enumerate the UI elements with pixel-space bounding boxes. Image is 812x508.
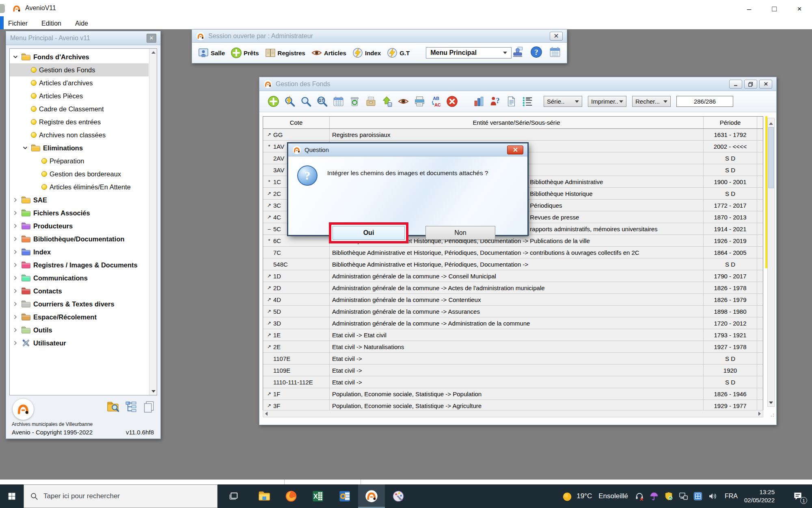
chevron-right-icon[interactable] bbox=[12, 197, 19, 203]
tree-scrollbar[interactable] bbox=[149, 49, 157, 395]
taskbar-app-avenio[interactable] bbox=[358, 484, 385, 508]
chevron-right-icon[interactable] bbox=[12, 249, 19, 255]
scrollbar-thumb[interactable] bbox=[768, 127, 774, 188]
table-row[interactable]: ↗5DAdministration générale de la commune… bbox=[263, 306, 763, 317]
footer-pages-button[interactable] bbox=[143, 400, 155, 415]
close-button[interactable]: × bbox=[787, 0, 812, 18]
toolbar-print-button[interactable] bbox=[414, 96, 425, 107]
tray-network-icon[interactable] bbox=[678, 491, 688, 501]
chevron-down-icon[interactable] bbox=[12, 54, 19, 60]
table-row[interactable]: ↗1EEtat civil -> Etat civil1793 - 1921 bbox=[263, 329, 763, 341]
sidebar-item-espace-r-colement[interactable]: Espace/Récolement bbox=[10, 310, 149, 323]
scroll-down-icon[interactable] bbox=[769, 398, 773, 406]
sidebar-item-index[interactable]: Index bbox=[10, 245, 149, 258]
table-row[interactable]: ↗4DAdministration générale de la commune… bbox=[263, 294, 763, 306]
table-horizontal-scrollbar[interactable] bbox=[263, 410, 763, 417]
scroll-up-icon[interactable] bbox=[149, 49, 157, 56]
toolbar-document-button[interactable] bbox=[505, 96, 517, 107]
toolbar-search-bolt-button[interactable] bbox=[284, 96, 296, 107]
toolbar-info-button[interactable]: ? bbox=[489, 96, 501, 107]
footer-folder-search-button[interactable] bbox=[107, 400, 120, 415]
gestion-minimize-button[interactable] bbox=[729, 80, 742, 89]
dropdown-recher[interactable]: Recher... bbox=[632, 96, 671, 107]
table-row[interactable]: 1110-111-112EEtat civil ->S D bbox=[263, 376, 763, 388]
search-input[interactable]: Taper ici pour rechercher bbox=[24, 484, 218, 508]
table-row[interactable]: ↗2EEtat civil -> Naturalisations1927 - 1… bbox=[263, 341, 763, 353]
toolbar-stats-button[interactable] bbox=[473, 96, 485, 107]
session-close-button[interactable]: ✕ bbox=[550, 32, 563, 41]
chevron-right-icon[interactable] bbox=[12, 288, 19, 294]
table-vertical-scrollbar[interactable] bbox=[767, 118, 775, 407]
tray-umbrella-icon[interactable] bbox=[649, 491, 659, 501]
sidebar-item-eliminations[interactable]: Eliminations bbox=[10, 141, 149, 154]
footer-hierarchy-button[interactable] bbox=[125, 400, 138, 415]
toolbar-calendar-button[interactable] bbox=[333, 96, 344, 107]
table-row[interactable]: 1109EEtat civil ->1920 bbox=[263, 365, 763, 376]
toolbar-delete-button[interactable] bbox=[446, 96, 458, 107]
sidebar-item-utilisateur[interactable]: Utilisateur bbox=[10, 336, 149, 350]
maximize-button[interactable]: □ bbox=[762, 0, 787, 18]
weather-sun-icon[interactable] bbox=[561, 490, 573, 502]
sidebar-item-fichiers-associ-s[interactable]: Fichiers Associés bbox=[10, 206, 149, 219]
weather-temp[interactable]: 19°C bbox=[577, 492, 592, 500]
sidebar-item-outils[interactable]: Outils bbox=[10, 323, 149, 336]
sidebar-item-gestion-des-fonds[interactable]: Gestion des Fonds bbox=[10, 63, 149, 76]
taskbar-app-file-explorer[interactable] bbox=[251, 484, 278, 508]
dialog-close-button[interactable] bbox=[507, 145, 523, 154]
chevron-right-icon[interactable] bbox=[12, 262, 19, 268]
tray-headset-icon[interactable] bbox=[635, 491, 644, 501]
scroll-down-icon[interactable] bbox=[149, 388, 157, 395]
table-row[interactable]: ↗2DAdministration générale de la commune… bbox=[263, 282, 763, 294]
sidebar-item-fonds-d-archives[interactable]: Fonds d'Archives bbox=[10, 50, 149, 63]
tray-shield-icon[interactable] bbox=[664, 491, 674, 501]
sidebar-item-communications[interactable]: Communications bbox=[10, 271, 149, 284]
session-button-g-t[interactable]: G.T bbox=[387, 47, 410, 59]
sidebar-item-cadre-de-classement[interactable]: Cadre de Classement bbox=[10, 102, 149, 115]
chevron-right-icon[interactable] bbox=[12, 275, 19, 281]
minimize-button[interactable]: – bbox=[736, 0, 762, 18]
table-row[interactable]: ↗3DAdministration générale de la commune… bbox=[263, 317, 763, 329]
session-button-registres[interactable]: Registres bbox=[265, 47, 305, 59]
sidebar-item-articles-pi-ces[interactable]: Articles Pièces bbox=[10, 89, 149, 102]
table-row[interactable]: 1107EEtat civil ->S D bbox=[263, 353, 763, 365]
table-row[interactable]: 548CBibliothèque Administrative et Histo… bbox=[263, 258, 763, 270]
sidebar-item-registres-images-documents[interactable]: Registres / Images & Documents bbox=[10, 258, 149, 271]
calendar-button[interactable] bbox=[549, 46, 561, 60]
toolbar-search-button[interactable] bbox=[300, 96, 312, 107]
taskbar-app-paint[interactable] bbox=[385, 484, 412, 508]
start-button[interactable] bbox=[0, 484, 24, 508]
session-button-articles[interactable]: Articles bbox=[311, 47, 346, 59]
sidebar-item-gestion-des-bordereaux[interactable]: Gestion des bordereaux bbox=[10, 167, 149, 180]
sidebar-item-biblioth-que-documentation[interactable]: Bibliothèque/Documentation bbox=[10, 232, 149, 245]
scroll-up-icon[interactable] bbox=[769, 119, 773, 126]
help-button[interactable]: ? bbox=[530, 46, 542, 60]
toolbar-list-button[interactable] bbox=[522, 96, 533, 107]
column-header-entit-versante-s-rie-sous-s-rie[interactable]: Entité versante/Série/Sous-série bbox=[330, 117, 704, 128]
toolbar-archive-button[interactable] bbox=[365, 96, 377, 107]
toolbar-recycle-button[interactable] bbox=[349, 96, 361, 107]
taskbar-app-firefox[interactable] bbox=[278, 484, 304, 508]
table-row[interactable]: ↗1FPopulation, Economie sociale, Statist… bbox=[263, 388, 763, 400]
language-indicator[interactable]: FRA bbox=[725, 493, 738, 500]
dropdown-imprimer[interactable]: Imprimer.. bbox=[588, 96, 626, 107]
main-menu-close-button[interactable]: ✕ bbox=[147, 34, 156, 43]
toolbar-rename-button[interactable]: ABAC bbox=[430, 96, 442, 107]
table-row[interactable]: ↗GGRegistres paroissiaux1631 - 1792 bbox=[263, 129, 763, 141]
weather-condition[interactable]: Ensoleillé bbox=[598, 492, 628, 500]
non-button[interactable]: Non bbox=[425, 226, 495, 240]
chevron-right-icon[interactable] bbox=[12, 236, 19, 242]
menu-select[interactable]: Menu Principal bbox=[426, 47, 512, 59]
sidebar-item-articles-d-archives[interactable]: Articles d'archives bbox=[10, 76, 149, 89]
scroll-left-icon[interactable] bbox=[265, 412, 268, 416]
menu-item-edition[interactable]: Edition bbox=[41, 20, 61, 27]
table-row[interactable]: 7CBibliothèque Administrative et Histori… bbox=[263, 247, 763, 258]
taskbar-app-outlook[interactable] bbox=[331, 484, 358, 508]
column-header-cote[interactable]: Cote bbox=[263, 117, 330, 128]
dropdown-s-rie[interactable]: Série.. bbox=[544, 96, 582, 107]
chevron-right-icon[interactable] bbox=[12, 301, 19, 307]
session-button-index[interactable]: Index bbox=[352, 47, 381, 59]
sidebar-item-archives-non-class-es[interactable]: Archives non classées bbox=[10, 128, 149, 141]
session-button-salle[interactable]: Salle bbox=[198, 47, 225, 59]
chevron-right-icon[interactable] bbox=[12, 340, 19, 346]
stamp-button[interactable] bbox=[512, 46, 524, 60]
